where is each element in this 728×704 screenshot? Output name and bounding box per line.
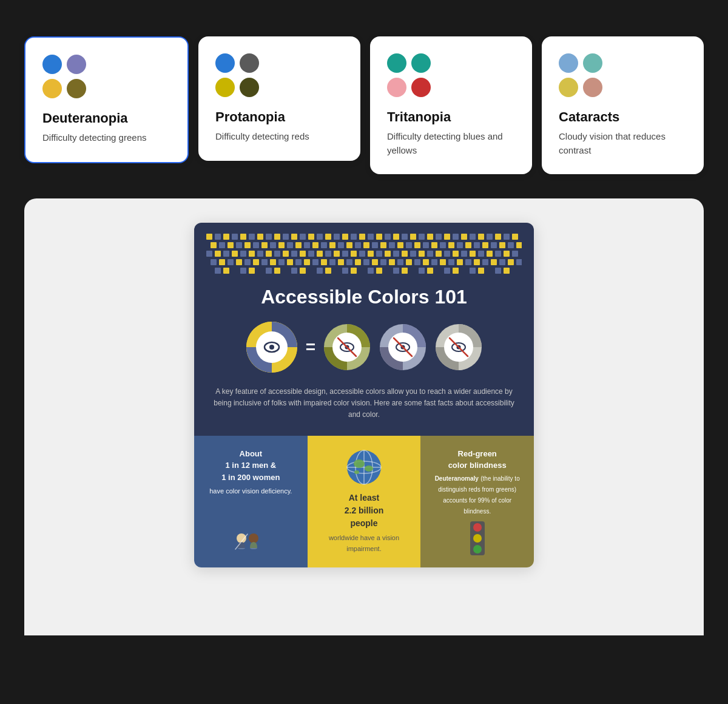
svg-rect-139: [448, 259, 454, 265]
svg-rect-154: [291, 268, 297, 274]
svg-rect-1: [215, 234, 221, 240]
svg-rect-144: [491, 259, 497, 265]
svg-rect-162: [393, 268, 399, 274]
eye-normal-circle: [245, 320, 298, 374]
svg-rect-60: [406, 242, 412, 248]
svg-rect-171: [504, 268, 510, 274]
svg-rect-147: [516, 259, 522, 265]
svg-rect-16: [342, 234, 348, 240]
dot-1: [387, 53, 406, 73]
svg-rect-72: [508, 242, 514, 248]
svg-rect-93: [368, 251, 374, 257]
card-tritanopia[interactable]: Tritanopia Difficulty detecting blues an…: [370, 36, 532, 174]
svg-rect-56: [372, 242, 378, 248]
svg-rect-69: [482, 242, 488, 248]
svg-point-201: [354, 459, 365, 468]
svg-rect-107: [487, 251, 493, 257]
dot-pattern: [194, 223, 534, 276]
svg-rect-129: [363, 259, 369, 265]
svg-rect-111: [211, 259, 217, 265]
stat2-text: At least2.2 billionpeople worldwide have…: [317, 492, 411, 555]
dot-3: [215, 78, 235, 97]
svg-rect-54: [355, 242, 361, 248]
svg-rect-50: [321, 242, 327, 248]
svg-rect-62: [423, 242, 429, 248]
svg-rect-152: [266, 268, 272, 274]
card-deuteranopia[interactable]: Deuteranopia Difficulty detecting greens: [24, 36, 189, 163]
svg-rect-135: [414, 259, 420, 265]
svg-rect-17: [351, 234, 357, 240]
svg-rect-11: [300, 234, 306, 240]
svg-rect-41: [244, 242, 251, 248]
svg-rect-166: [444, 268, 450, 274]
svg-rect-102: [444, 251, 450, 257]
tritanopia-title: Tritanopia: [387, 109, 515, 125]
svg-rect-112: [219, 259, 225, 265]
svg-rect-9: [283, 234, 289, 240]
svg-rect-59: [397, 242, 403, 248]
deuteranopia-desc: Difficulty detecting greens: [42, 131, 170, 145]
svg-rect-101: [436, 251, 442, 257]
dot-4: [583, 78, 602, 97]
svg-rect-2: [223, 234, 229, 240]
svg-rect-116: [253, 259, 259, 265]
svg-rect-159: [351, 268, 357, 274]
eye-icons-row: =: [194, 320, 534, 386]
cataracts-title: Cataracts: [559, 109, 687, 125]
svg-rect-149: [223, 268, 229, 274]
svg-rect-68: [474, 242, 480, 248]
svg-rect-131: [380, 259, 386, 265]
svg-rect-89: [334, 251, 340, 257]
svg-rect-165: [427, 268, 433, 274]
svg-rect-27: [436, 234, 442, 240]
svg-rect-130: [372, 259, 378, 265]
svg-rect-126: [338, 259, 344, 265]
pattern-svg: [206, 234, 522, 276]
svg-rect-155: [300, 268, 306, 274]
svg-rect-66: [457, 242, 463, 248]
svg-rect-94: [376, 251, 382, 257]
svg-rect-5: [249, 234, 255, 240]
dot-1: [559, 53, 578, 73]
svg-rect-157: [325, 268, 331, 274]
svg-rect-103: [453, 251, 459, 257]
svg-rect-163: [402, 268, 408, 274]
svg-rect-124: [321, 259, 327, 265]
stat-men-women: About1 in 12 men &1 in 200 women have co…: [194, 436, 308, 567]
svg-rect-51: [329, 242, 335, 248]
tritanopia-desc: Difficulty detecting blues and yellows: [387, 130, 515, 157]
eye-cb3-circle: [434, 323, 483, 371]
svg-rect-29: [453, 234, 459, 240]
svg-rect-37: [211, 242, 217, 248]
deuteranopia-title: Deuteranopia: [42, 110, 170, 126]
cataracts-desc: Cloudy vision that reduces contrast: [559, 130, 687, 157]
dot-2: [240, 53, 259, 73]
dot-4: [240, 78, 259, 97]
svg-rect-12: [308, 234, 314, 240]
svg-rect-108: [495, 251, 501, 257]
svg-rect-81: [266, 251, 272, 257]
svg-rect-28: [444, 234, 450, 240]
svg-rect-20: [376, 234, 382, 240]
svg-rect-80: [257, 251, 263, 257]
stat-billion: At least2.2 billionpeople worldwide have…: [308, 436, 421, 567]
svg-rect-63: [431, 242, 437, 248]
svg-rect-125: [329, 259, 335, 265]
svg-rect-48: [304, 242, 310, 248]
svg-rect-82: [274, 251, 280, 257]
svg-rect-13: [317, 234, 323, 240]
card-cataracts[interactable]: Cataracts Cloudy vision that reduces con…: [542, 36, 704, 174]
svg-rect-65: [448, 242, 454, 248]
svg-rect-47: [295, 242, 302, 248]
svg-rect-95: [385, 251, 391, 257]
svg-rect-104: [461, 251, 467, 257]
svg-rect-64: [440, 242, 446, 248]
svg-rect-100: [427, 251, 433, 257]
card-protanopia[interactable]: Protanopia Difficulty detecting reds: [198, 36, 360, 161]
person-icons-svg: [232, 525, 269, 555]
svg-point-202: [365, 465, 373, 472]
svg-rect-156: [317, 268, 323, 274]
svg-rect-150: [240, 268, 246, 274]
svg-rect-168: [470, 268, 476, 274]
svg-rect-140: [457, 259, 463, 265]
